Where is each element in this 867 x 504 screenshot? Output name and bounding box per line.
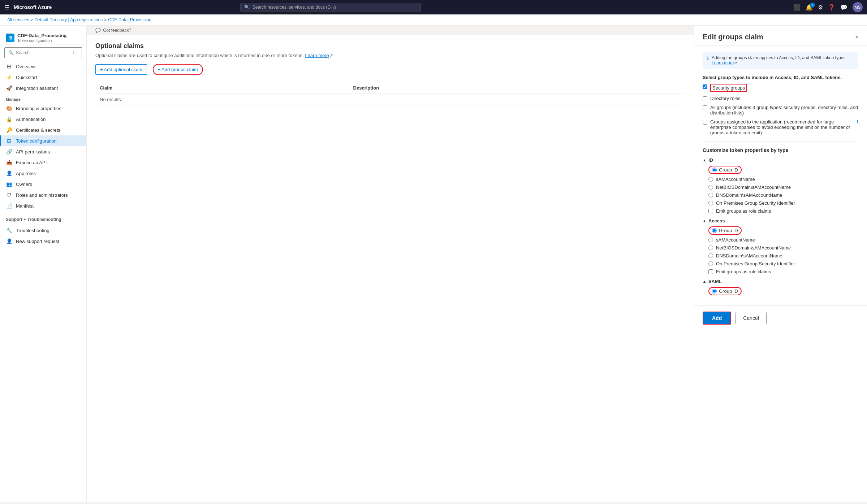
notification-icon[interactable]: 🔔 1 [806, 4, 813, 11]
content-area: 💬 Got feedback? Optional claims Optional… [87, 26, 694, 502]
radio-access-onprem-label: On Premises Group Security Identifier [716, 261, 795, 266]
sidebar-item-token-configuration[interactable]: ⊞ Token configuration [0, 135, 86, 146]
auth-icon: 🔒 [6, 116, 12, 122]
checkbox-id-emit-roles[interactable]: Emit groups as role claims [703, 208, 858, 214]
breadcrumb-directory[interactable]: Default Directory | App registrations [35, 17, 103, 22]
learn-more-panel-link[interactable]: Learn more [712, 60, 734, 65]
radio-id-dns[interactable]: DNSDomain\sAMAccountName [703, 192, 858, 198]
radio-id-group-id[interactable]: Group ID [703, 166, 858, 174]
sidebar-item-label: Authentication [16, 117, 46, 122]
sidebar-item-roles-admin[interactable]: 🛡 Roles and administrators [0, 190, 86, 200]
radio-access-onprem-input[interactable] [708, 261, 713, 266]
terminal-icon[interactable]: ⬛ [793, 4, 801, 11]
panel-close-button[interactable]: × [855, 34, 858, 40]
radio-id-sam-input[interactable] [708, 177, 713, 182]
collapse-icon-id: ▲ [703, 158, 706, 162]
radio-access-onprem[interactable]: On Premises Group Security Identifier [703, 261, 858, 266]
hamburger-icon[interactable]: ☰ [4, 4, 9, 11]
radio-access-group-id[interactable]: Group ID [703, 226, 858, 235]
checkbox-security-groups[interactable]: Security groups [703, 84, 858, 92]
sidebar-item-certificates[interactable]: 🔑 Certificates & secrets [0, 125, 86, 135]
radio-access-sam-label: sAMAccountName [716, 237, 755, 243]
sidebar-item-new-support[interactable]: 👤 New support request [0, 236, 86, 247]
sidebar-item-authentication[interactable]: 🔒 Authentication [0, 114, 86, 125]
panel-title: Edit groups claim [703, 33, 763, 41]
radio-saml-group-id-input[interactable] [712, 289, 717, 294]
global-search-input[interactable] [253, 5, 417, 10]
sidebar-item-api-permissions[interactable]: 🔗 API permissions [0, 146, 86, 157]
feedback-icon[interactable]: 💬 [840, 4, 847, 11]
action-bar: + Add optional claim + Add groups claim [95, 64, 685, 75]
radio-access-dns-label: DNSDomain\sAMAccountName [716, 253, 782, 258]
radio-access-netbios-input[interactable] [708, 246, 713, 250]
security-groups-checkbox[interactable] [703, 84, 707, 89]
checkbox-access-emit-roles[interactable]: Emit groups as role claims [703, 269, 858, 274]
sidebar-item-quickstart[interactable]: ⚡ Quickstart [0, 72, 86, 83]
radio-access-dns[interactable]: DNSDomain\sAMAccountName [703, 253, 858, 258]
add-button[interactable]: Add [703, 312, 731, 325]
topbar-icons: ⬛ 🔔 1 ⚙ ❓ 💬 MS [793, 2, 863, 12]
radio-access-sam-input[interactable] [708, 238, 713, 242]
cancel-button[interactable]: Cancel [736, 312, 767, 324]
radio-id-group-id-input[interactable] [712, 168, 717, 172]
radio-id-dns-input[interactable] [708, 193, 713, 197]
radio-id-sam[interactable]: sAMAccountName [703, 177, 858, 182]
radio-access-dns-input[interactable] [708, 253, 713, 258]
api-icon: 🔗 [6, 149, 12, 155]
all-groups-checkbox[interactable] [703, 105, 707, 110]
sidebar-item-app-roles[interactable]: 👤 App roles [0, 168, 86, 179]
sidebar-item-label: Certificates & secrets [16, 127, 60, 133]
sidebar-item-branding[interactable]: 🎨 Branding & properties [0, 103, 86, 114]
directory-roles-label: Directory roles [710, 96, 741, 101]
sidebar-item-manifest[interactable]: 📄 Manifest [0, 200, 86, 211]
sidebar-item-overview[interactable]: ⊞ Overview [0, 61, 86, 72]
radio-access-netbios[interactable]: NetBIOSDomain\sAMAccountName [703, 245, 858, 251]
learn-more-link[interactable]: Learn more [305, 53, 329, 58]
checkbox-directory-roles[interactable]: Directory roles [703, 96, 858, 101]
directory-roles-checkbox[interactable] [703, 96, 707, 101]
manifest-icon: 📄 [6, 203, 12, 209]
radio-access-group-id-input[interactable] [712, 228, 717, 233]
claims-table: Claim ↑ Description No results. [95, 82, 685, 105]
sidebar-item-integration-assistant[interactable]: 🚀 Integration assistant [0, 83, 86, 94]
add-optional-claim-button[interactable]: + Add optional claim [95, 64, 147, 75]
radio-id-netbios-input[interactable] [708, 185, 713, 190]
topbar: ☰ Microsoft Azure 🔍 ⬛ 🔔 1 ⚙ ❓ 💬 MS [0, 0, 867, 14]
radio-access-sam[interactable]: sAMAccountName [703, 237, 858, 243]
sidebar-item-troubleshooting[interactable]: 🔧 Troubleshooting [0, 225, 86, 236]
breadcrumb-all-services[interactable]: All services [7, 17, 29, 22]
access-emit-roles-checkbox[interactable] [708, 269, 713, 274]
sidebar-search-input[interactable] [16, 50, 68, 55]
sidebar-item-label: New support request [16, 239, 59, 244]
radio-id-onprem-input[interactable] [708, 201, 713, 205]
help-icon[interactable]: ❓ [828, 4, 835, 11]
access-collapse-row[interactable]: ▲ Access [703, 218, 858, 223]
token-icon: ⊞ [6, 138, 12, 144]
groups-assigned-checkbox[interactable] [703, 120, 707, 125]
breadcrumb-app[interactable]: CDF-Data_Processing [108, 17, 151, 22]
id-emit-roles-checkbox[interactable] [708, 209, 713, 213]
radio-id-netbios[interactable]: NetBIOSDomain\sAMAccountName [703, 184, 858, 190]
branding-icon: 🎨 [6, 105, 12, 111]
sidebar-item-label: Quickstart [16, 75, 37, 80]
id-collapse-row[interactable]: ▲ ID [703, 157, 858, 163]
radio-id-onprem[interactable]: On Premises Group Security Identifier [703, 200, 858, 206]
sidebar-search-box[interactable]: 🔍 《 [4, 47, 82, 58]
admin-icon: 🛡 [6, 192, 12, 198]
global-search-box[interactable]: 🔍 [240, 3, 421, 12]
collapse-icon-access: ▲ [703, 219, 706, 223]
avatar[interactable]: MS [853, 2, 863, 12]
sidebar-item-expose-api[interactable]: 📤 Expose an API [0, 157, 86, 168]
breadcrumb-sep2: > [104, 17, 107, 22]
add-groups-claim-button[interactable]: + Add groups claim [153, 64, 203, 75]
checkbox-groups-assigned[interactable]: Groups assigned to the application (reco… [703, 119, 858, 135]
collapse-btn[interactable]: 《 [70, 49, 75, 56]
sidebar-item-owners[interactable]: 👥 Owners [0, 179, 86, 190]
right-panel: Edit groups claim × ℹ Adding the groups … [694, 26, 867, 502]
groups-assigned-label: Groups assigned to the application (reco… [710, 119, 852, 135]
settings-icon[interactable]: ⚙ [818, 4, 823, 11]
radio-saml-group-id[interactable]: Group ID [703, 287, 858, 295]
checkbox-all-groups[interactable]: All groups (includes 3 group types: secu… [703, 105, 858, 116]
saml-collapse-row[interactable]: ▲ SAML [703, 279, 858, 284]
all-groups-label: All groups (includes 3 group types: secu… [710, 105, 858, 116]
